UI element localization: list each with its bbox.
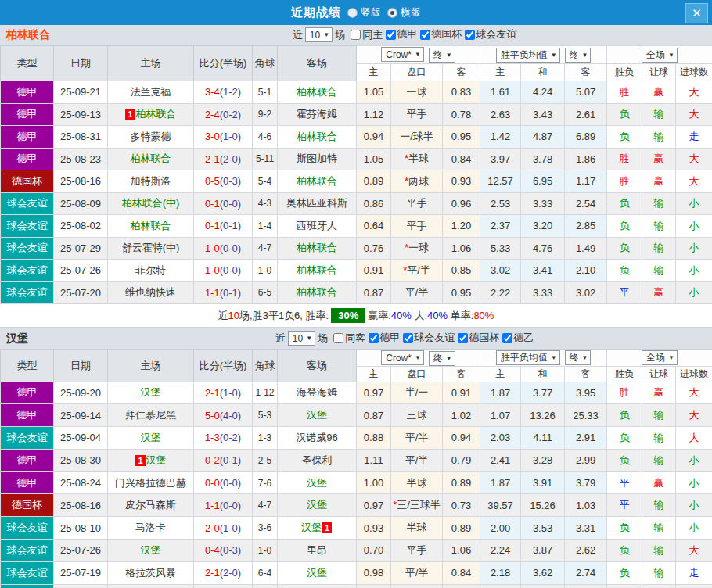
home-team-name[interactable]: 柏林联合	[131, 220, 171, 231]
horizontal-layout-radio[interactable]	[387, 8, 397, 18]
league-cell: 德甲	[1, 404, 54, 427]
league-filter-德国杯[interactable]: 德国杯	[417, 27, 462, 41]
home-team-name[interactable]: 菲尔特	[135, 264, 166, 276]
home-team-name[interactable]: 柏林联合	[131, 152, 171, 164]
league-checkbox[interactable]	[403, 333, 413, 343]
odds-company-dropdown[interactable]: Crow*	[381, 350, 424, 365]
home-team-name[interactable]: 拜仁慕尼黑	[125, 409, 176, 421]
home-team-name[interactable]: 格拉茨风暴	[125, 567, 176, 579]
home-team-name[interactable]: 舒云霍特(中)	[122, 242, 180, 253]
avg-final-dropdown[interactable]: 终	[565, 350, 592, 365]
same-home-checkbox[interactable]	[351, 30, 361, 40]
league-filter-球会友谊[interactable]: 球会友谊	[400, 331, 455, 345]
avg-dropdown[interactable]: 胜平负均值	[496, 48, 560, 63]
odds-away-cell: 0.89	[443, 517, 480, 540]
away-team-name[interactable]: 斯图加特	[297, 152, 337, 164]
avg-final-dropdown[interactable]: 终	[565, 48, 592, 63]
odds-home-cell: 0.97	[357, 382, 391, 404]
scope-group-header: 全场	[607, 46, 712, 64]
odds-home-cell: 0.94	[357, 126, 391, 149]
avg-away-cell: 2.91	[565, 427, 607, 450]
home-team-name[interactable]: 多特蒙德	[131, 131, 171, 142]
home-team-name[interactable]: 皮尔马森斯	[125, 499, 176, 511]
league-checkbox[interactable]	[502, 333, 512, 343]
vertical-layout-label[interactable]: 竖版	[361, 5, 381, 20]
result-handicap-cell: 输	[642, 584, 676, 588]
away-team-name[interactable]: 汉堡	[307, 409, 327, 421]
handicap-star: *	[403, 264, 407, 276]
away-team-name[interactable]: 圣保利	[302, 454, 333, 466]
home-team-name[interactable]: 汉堡	[146, 454, 167, 466]
odds-final-dropdown[interactable]: 终	[429, 351, 455, 366]
scope-dropdown[interactable]: 全场	[642, 350, 678, 365]
league-filter-德国杯[interactable]: 德国杯	[455, 331, 499, 345]
vertical-layout-radio[interactable]	[347, 8, 358, 18]
sub-handicap: 盘口	[391, 64, 443, 81]
away-team-name[interactable]: 柏林联合	[297, 175, 337, 187]
home-team-name[interactable]: 马洛卡	[135, 522, 166, 533]
away-team-name[interactable]: 柏林联合	[297, 131, 337, 142]
odds-final-dropdown[interactable]: 终	[429, 48, 455, 63]
home-team-name[interactable]: 法兰克福	[131, 86, 171, 98]
home-team-name[interactable]: 门兴格拉德巴赫	[115, 477, 186, 489]
date-cell: 25-07-26	[54, 260, 108, 282]
fulltime-score: 0-4	[205, 544, 220, 556]
away-team-name[interactable]: 海登海姆	[297, 386, 337, 398]
result-handicap-cell: 输	[642, 404, 676, 427]
home-team-name[interactable]: 汉堡	[141, 432, 161, 443]
match-row: 德甲25-08-31多特蒙德3-0(1-0)4-6柏林联合0.94一/球半0.9…	[1, 126, 712, 149]
avg-home-cell: 2.18	[480, 561, 521, 584]
home-team-name[interactable]: 汉堡	[141, 544, 161, 556]
away-team-name[interactable]: 霍芬海姆	[297, 108, 337, 120]
horizontal-layout-label[interactable]: 横版	[401, 5, 421, 20]
same-away-checkbox[interactable]	[333, 333, 343, 343]
same-home-label[interactable]: 同主	[362, 28, 383, 42]
avg-away-cell: 5.07	[565, 81, 607, 104]
avg-dropdown[interactable]: 胜平负均值	[496, 350, 560, 365]
away-team-name[interactable]: 奥林匹亚科斯	[286, 197, 347, 209]
away-team-name[interactable]: 柏林联合	[297, 264, 337, 276]
match-count-select[interactable]: 10	[288, 331, 315, 346]
home-team-name[interactable]: 维也纳快速	[125, 286, 176, 298]
corner-cell: 5-11	[253, 148, 278, 170]
halftime-score: (1-2)	[220, 86, 241, 98]
corner-cell: 5-3	[253, 404, 278, 427]
away-team-name[interactable]: 汉堡	[307, 499, 327, 511]
away-team-name[interactable]: 里昂	[307, 544, 327, 556]
odds-company-dropdown[interactable]: Crow*	[381, 47, 424, 62]
league-checkbox[interactable]	[386, 30, 396, 40]
avg-draw-cell: 3.91	[521, 471, 565, 494]
corner-cell: 3-6	[253, 517, 278, 540]
same-away-label[interactable]: 同客	[345, 332, 365, 346]
sub-odds-away: 客	[443, 366, 480, 382]
away-team-cell: 奥林匹亚科斯	[278, 192, 357, 215]
league-filter-德甲[interactable]: 德甲	[365, 331, 400, 345]
league-filter-德乙[interactable]: 德乙	[499, 331, 534, 345]
corner-cell: 1-4	[253, 215, 278, 238]
avg-draw-cell: 4.24	[521, 81, 565, 104]
away-team-name[interactable]: 汉诺威96	[296, 432, 337, 443]
close-icon[interactable]: ✕	[685, 3, 708, 23]
away-team-name[interactable]: 柏林联合	[297, 242, 337, 253]
league-checkbox[interactable]	[458, 333, 468, 343]
score-cell: 2-1(2-0)	[194, 561, 253, 584]
away-team-name[interactable]: 西班牙人	[297, 220, 337, 231]
match-count-select[interactable]: 10	[305, 27, 333, 42]
home-team-name[interactable]: 柏林联合	[136, 108, 177, 120]
scope-dropdown[interactable]: 全场	[642, 48, 678, 63]
summary-rate: 40%	[427, 310, 448, 321]
league-checkbox[interactable]	[420, 30, 430, 40]
home-team-name[interactable]: 加特斯洛	[131, 175, 171, 187]
home-team-name[interactable]: 柏林联合(中)	[122, 197, 180, 209]
home-team-name[interactable]: 汉堡	[141, 386, 161, 398]
league-filter-德甲[interactable]: 德甲	[383, 27, 417, 41]
league-filter-球会友谊[interactable]: 球会友谊	[462, 27, 516, 41]
away-team-name[interactable]: 汉堡	[307, 477, 327, 489]
away-team-cell: 海登海姆	[278, 382, 357, 404]
away-team-name[interactable]: 柏林联合	[297, 86, 337, 98]
away-team-name[interactable]: 汉堡	[301, 522, 322, 533]
away-team-name[interactable]: 柏林联合	[297, 286, 337, 298]
away-team-name[interactable]: 汉堡	[307, 567, 327, 579]
league-checkbox[interactable]	[369, 333, 379, 343]
league-checkbox[interactable]	[465, 30, 475, 40]
